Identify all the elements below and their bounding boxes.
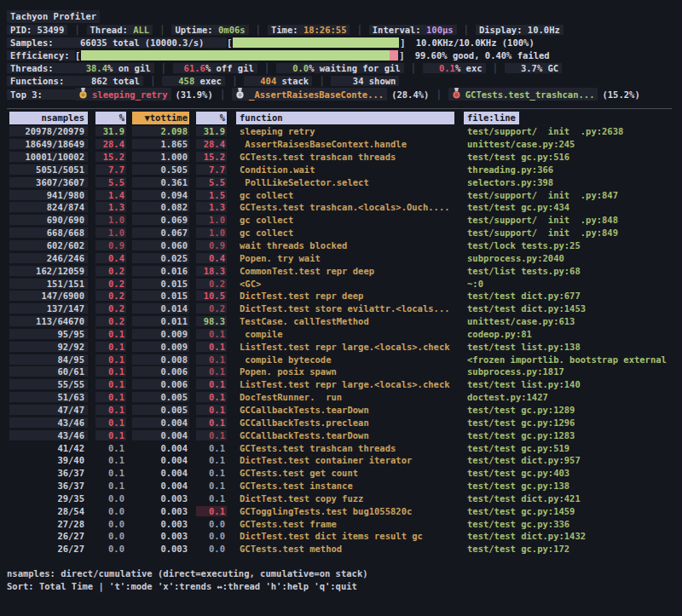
stat-value: 100µs — [426, 25, 454, 35]
cell-tottime: 0.004 — [132, 430, 189, 440]
table-row: 43/460.10.0040.1GCCallbackTests.tearDown… — [7, 429, 677, 441]
cell-file-line: test/lock_tests.py:25 — [464, 240, 677, 250]
cell-percent-direct: 0.0 — [95, 506, 126, 516]
stat-suffix: % waiting for gil — [309, 63, 400, 73]
functions-label: Functions: — [7, 76, 75, 86]
cell-file-line: unittest/case.py:245 — [464, 139, 677, 149]
cell-function-name: GCCallbackTests.preclean — [236, 417, 454, 428]
cell-nsamples: 47/47 — [9, 405, 88, 415]
column-header-function[interactable]: function — [236, 112, 454, 124]
table-row: 92/920.10.0090.1ListTest.test_repr_large… — [7, 340, 677, 353]
column-header-pct-direct[interactable]: % — [95, 112, 126, 124]
cell-percent-direct: 0.0 — [95, 531, 126, 541]
cell-file-line: test/test_gc.py:1283 — [464, 430, 677, 440]
function-stat: 404 stack — [244, 76, 312, 86]
cell-nsamples: 941/980 — [9, 190, 88, 200]
stat-value: 53499 — [38, 25, 65, 35]
separator: │ — [150, 76, 155, 86]
column-header-nsamples[interactable]: nsamples — [9, 112, 88, 124]
cell-percent-cumulative: 0.1 — [196, 392, 227, 402]
stat-label: Thread: — [90, 25, 134, 35]
cell-function-name: gc_collect — [236, 215, 454, 225]
cell-tottime: 0.004 — [132, 417, 189, 428]
cell-file-line: test/test_gc.py:516 — [464, 152, 677, 162]
efficiency-progress-bar — [75, 50, 405, 60]
top3-item: sleeping_retry — [75, 88, 171, 101]
cell-nsamples: 5051/5051 — [9, 164, 88, 175]
separator: │ — [232, 76, 237, 86]
efficiency-line: Efficiency: 99.60% good, 0.40% failed — [7, 49, 677, 61]
cell-nsamples: 690/690 — [9, 215, 88, 225]
cell-file-line: test/support/__init__.py:849 — [464, 227, 677, 238]
cell-nsamples: 26/27 — [9, 531, 88, 541]
samples-progress-bar — [227, 37, 406, 48]
column-header-pct-cumulative[interactable]: % — [196, 112, 227, 124]
table-row: 36/370.10.0040.1GCTests.test_get_countte… — [7, 467, 677, 480]
table-row: 824/8741.30.0821.3GCTests.test_trashcan.… — [7, 201, 677, 214]
functions-stats: 862 total│458 exec│404 stack│34 shown — [75, 76, 399, 86]
cell-file-line: codeop.py:81 — [464, 329, 677, 339]
cell-percent-direct: 7.7 — [95, 164, 126, 175]
separator: │ — [411, 63, 416, 73]
cell-nsamples: 29/35 — [9, 493, 88, 504]
cell-file-line: selectors.py:398 — [464, 177, 677, 187]
column-header-file-line[interactable]: file:line — [464, 112, 519, 124]
cell-nsamples: 28/54 — [9, 506, 88, 516]
column-header-tottime[interactable]: ▼tottime — [132, 112, 189, 124]
separator: │ — [74, 25, 79, 35]
cell-tottime: 0.005 — [132, 405, 189, 415]
cell-nsamples: 55/55 — [9, 379, 88, 389]
cell-percent-cumulative: 1.0 — [196, 227, 227, 238]
cell-function-name: DictTest.test_repr_deep — [236, 291, 454, 301]
cell-file-line: test/support/__init__.py:848 — [464, 215, 677, 225]
table-row: 84/950.10.0080.1_compile_bytecode<frozen… — [7, 353, 677, 366]
thread-stat: 0.1% exc — [423, 63, 486, 73]
cell-file-line: ~:0 — [464, 279, 677, 289]
cell-percent-cumulative: 0.1 — [196, 354, 227, 365]
stat-value: 0m06s — [218, 25, 246, 35]
cell-percent-cumulative: 28.4 — [196, 139, 227, 149]
cell-percent-cumulative: 0.2 — [196, 303, 227, 314]
cell-percent-cumulative: 0.1 — [196, 481, 227, 491]
cell-percent-cumulative: 0.1 — [196, 443, 227, 453]
cell-nsamples: 147/6900 — [9, 291, 88, 301]
top3-label: Top 3: — [7, 89, 75, 100]
cell-nsamples: 84/95 — [9, 354, 88, 365]
cell-function-name: CommonTest.test_repr_deep — [236, 266, 454, 276]
table-row: 18649/1864928.41.86528.4_AssertRaisesBas… — [7, 138, 677, 151]
cell-tottime: 0.016 — [132, 266, 189, 276]
cell-nsamples: 39/40 — [9, 455, 88, 465]
cell-percent-direct: 0.2 — [95, 291, 126, 301]
cell-percent-cumulative: 1.3 — [196, 202, 227, 212]
footer: nsamples: direct/cumulative (direct=exec… — [7, 567, 677, 593]
cell-function-name: GCTests.test_trashcan_threads — [236, 152, 454, 162]
function-stat: 34 shown — [331, 76, 399, 86]
cell-tottime: 1.865 — [132, 139, 189, 149]
samples-value: 66035 total (10000.3/s) — [80, 37, 204, 48]
top3-function-name: _AssertRaisesBaseConte... — [249, 89, 384, 100]
cell-function-name: TestCase._callTestMethod — [236, 316, 454, 326]
cell-file-line: test/test_gc.py:1296 — [464, 417, 677, 428]
cell-nsamples: 113/64670 — [9, 316, 88, 326]
cell-percent-cumulative: 0.4 — [196, 253, 227, 263]
separator: │ — [493, 63, 498, 73]
table-row: 668/6681.00.0671.0gc_collecttest/support… — [7, 227, 677, 239]
cell-nsamples: 824/874 — [9, 202, 88, 212]
cell-percent-cumulative: 0.1 — [196, 379, 227, 389]
table-row: 113/646700.20.01198.3TestCase._callTestM… — [7, 315, 677, 328]
table-row: 20978/2097931.92.09831.9sleeping_retryte… — [7, 125, 677, 138]
cell-percent-direct: 0.4 — [95, 253, 126, 263]
table-row: 147/69000.20.01510.5DictTest.test_repr_d… — [7, 290, 677, 302]
silver-medal-icon — [235, 88, 245, 101]
table-row: 10001/1000215.21.00015.2GCTests.test_tra… — [7, 151, 677, 164]
cell-tottime: 0.060 — [132, 240, 189, 250]
stat-value: 404 — [247, 76, 276, 86]
cell-nsamples: 151/151 — [9, 279, 88, 289]
separator: │ — [436, 89, 441, 100]
cell-file-line: test/test_gc.py:403 — [464, 468, 677, 478]
header-stat: Display: 10.0Hz — [476, 25, 564, 35]
cell-percent-direct: 0.1 — [95, 342, 126, 352]
header-stat: Interval: 100µs — [369, 25, 457, 35]
stat-value: 458 — [165, 76, 194, 86]
cell-percent-direct: 0.2 — [95, 266, 126, 276]
